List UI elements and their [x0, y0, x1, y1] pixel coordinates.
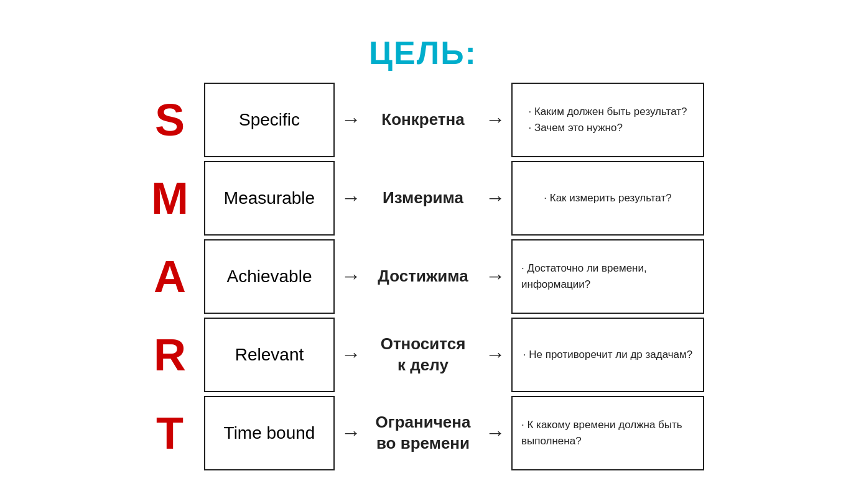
arrow2-m: → [485, 186, 505, 209]
smart-letters-column: SMART [142, 83, 198, 470]
russian-text-r: Относится к делу [367, 334, 479, 376]
main-container: ЦЕЛЬ: SMART Specific→Конкретна→· Каким д… [50, 34, 796, 470]
row-t: Time bound→Ограничена во времени→· К как… [204, 396, 704, 470]
english-box-a: Achievable [204, 239, 335, 314]
letter-t: T [142, 408, 198, 459]
desc-box-s: · Каким должен быть результат? · Зачем э… [511, 83, 704, 157]
desc-box-a: · Достаточно ли времени, информации? [511, 239, 704, 314]
arrow1-a: → [341, 265, 361, 288]
smart-letter-m: M [142, 161, 198, 236]
row-s: Specific→Конкретна→· Каким должен быть р… [204, 83, 704, 157]
row-r: Relevant→Относится к делу→· Не противоре… [204, 318, 704, 392]
english-box-r: Relevant [204, 318, 335, 392]
letter-s: S [142, 94, 198, 145]
page-title: ЦЕЛЬ: [369, 34, 477, 71]
desc-box-m: · Как измерить результат? [511, 161, 704, 236]
arrow1-t: → [341, 421, 361, 444]
arrow2-a: → [485, 265, 505, 288]
russian-text-t: Ограничена во времени [367, 412, 479, 454]
arrow1-r: → [341, 343, 361, 366]
rows-column: Specific→Конкретна→· Каким должен быть р… [204, 83, 704, 470]
smart-letter-r: R [142, 318, 198, 392]
russian-text-a: Достижима [367, 266, 479, 287]
arrow2-s: → [485, 108, 505, 131]
arrow1-m: → [341, 186, 361, 209]
desc-box-r: · Не противоречит ли др задачам? [511, 318, 704, 392]
desc-box-t: · К какому времени должна быть выполнена… [511, 396, 704, 470]
english-box-s: Specific [204, 83, 335, 157]
row-m: Measurable→Измерима→· Как измерить резул… [204, 161, 704, 236]
english-box-m: Measurable [204, 161, 335, 236]
letter-a: A [142, 251, 198, 302]
russian-text-s: Конкретна [367, 109, 479, 131]
arrow2-t: → [485, 421, 505, 444]
smart-letter-a: A [142, 239, 198, 314]
english-box-t: Time bound [204, 396, 335, 470]
russian-text-m: Измерима [367, 188, 479, 209]
letter-m: M [142, 173, 198, 224]
row-a: Achievable→Достижима→· Достаточно ли вре… [204, 239, 704, 314]
smart-letter-t: T [142, 396, 198, 470]
smart-letter-s: S [142, 83, 198, 157]
arrow1-s: → [341, 108, 361, 131]
arrow2-r: → [485, 343, 505, 366]
smart-grid: SMART Specific→Конкретна→· Каким должен … [142, 83, 704, 470]
letter-r: R [142, 329, 198, 380]
